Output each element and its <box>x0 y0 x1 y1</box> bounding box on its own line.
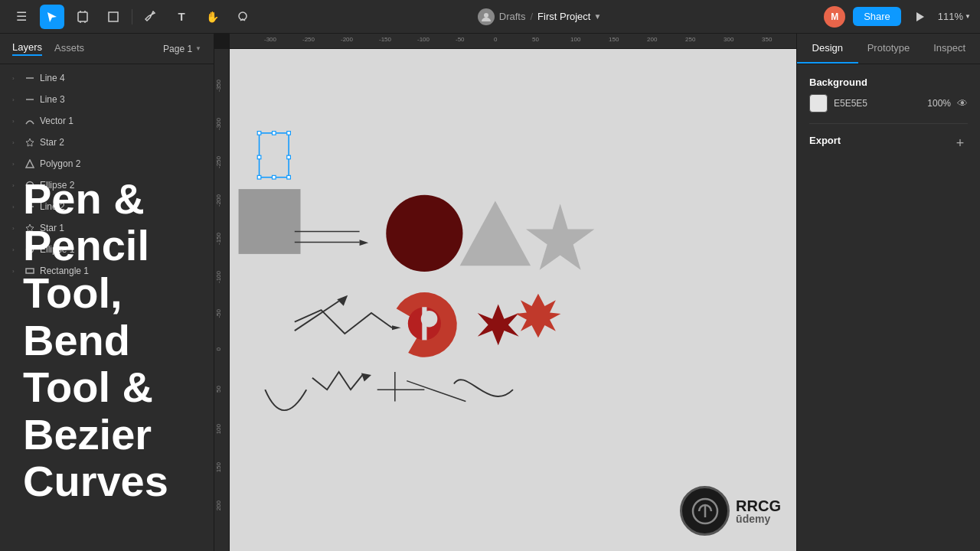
bg-color-swatch[interactable] <box>809 94 828 112</box>
svg-rect-23 <box>287 155 291 159</box>
section-divider <box>809 123 968 124</box>
pen-tool[interactable] <box>139 5 163 29</box>
page-chevron: ▼ <box>195 45 201 52</box>
svg-marker-43 <box>515 294 560 338</box>
svg-rect-25 <box>273 175 276 179</box>
toolbar-center: Drafts / First Project ▼ <box>261 8 818 25</box>
svg-rect-0 <box>78 12 87 21</box>
vector-icon <box>24 116 35 126</box>
text-tool[interactable]: T <box>169 5 194 29</box>
layer-name: Star 1 <box>40 223 64 233</box>
ruler-vertical: -350 -300 -250 -200 -150 -100 -50 0 50 1… <box>214 49 230 551</box>
layer-item-star1[interactable]: › Star 1 <box>0 217 214 239</box>
breadcrumb-sep: / <box>530 11 533 22</box>
layer-name: Ellipse 1 <box>40 244 74 255</box>
export-section: Export + <box>809 135 968 152</box>
ruler-horizontal: -300 -250 -200 -150 -100 -50 0 50 100 15… <box>214 34 796 49</box>
play-button[interactable] <box>909 6 930 28</box>
background-section: Background E5E5E5 100% 👁 <box>809 77 968 112</box>
watermark: RRCG ūdemy <box>680 486 781 536</box>
tab-prototype[interactable]: Prototype <box>858 34 920 64</box>
design-tabs: Design Prototype Inspect <box>797 34 980 64</box>
layer-name: Line 3 <box>40 94 65 105</box>
page-name: Page 1 <box>163 44 192 54</box>
export-title: Export <box>809 135 841 146</box>
layer-item-line3[interactable]: › Line 3 <box>0 89 214 110</box>
background-title: Background <box>809 77 968 88</box>
layers-list: › Line 4 › Line 3 › Vector 1 <box>0 64 214 551</box>
svg-point-38 <box>408 307 441 340</box>
svg-rect-22 <box>257 155 261 159</box>
bg-hex-value[interactable]: E5E5E5 <box>834 98 921 109</box>
svg-rect-18 <box>260 133 289 178</box>
zoom-control[interactable]: 111% ▼ <box>938 11 971 22</box>
select-tool[interactable] <box>40 5 64 29</box>
comment-tool[interactable] <box>230 5 255 29</box>
line-icon <box>24 94 35 105</box>
svg-line-35 <box>295 302 339 331</box>
ellipse-icon <box>24 244 35 255</box>
shape-tool[interactable] <box>101 5 126 29</box>
watermark-platform: ūdemy <box>736 514 770 524</box>
svg-line-47 <box>407 381 466 402</box>
star-icon <box>24 223 35 233</box>
polygon-icon <box>24 158 35 169</box>
layer-chevron: › <box>12 75 20 82</box>
svg-marker-33 <box>526 204 594 269</box>
tab-layers[interactable]: Layers <box>12 41 42 56</box>
breadcrumb-project[interactable]: First Project ▼ <box>537 11 601 22</box>
right-panel: Design Prototype Inspect Background E5E5… <box>796 34 980 551</box>
layer-name: Polygon 2 <box>40 158 80 169</box>
layer-name: Star 2 <box>40 137 64 148</box>
layer-item-rect1[interactable]: › Rectangle 1 <box>0 260 214 282</box>
layer-item-line2[interactable]: › Line 2 <box>0 196 214 217</box>
canvas-content[interactable]: RRCG ūdemy <box>230 49 796 551</box>
layer-item-ellipse2[interactable]: › Ellipse 2 <box>0 174 214 196</box>
svg-marker-36 <box>337 295 348 306</box>
line-icon <box>24 201 35 212</box>
layer-item-line4[interactable]: › Line 4 <box>0 67 214 89</box>
layer-chevron: › <box>12 268 20 275</box>
layer-chevron: › <box>12 139 20 146</box>
canvas-svg <box>230 49 796 551</box>
divider <box>132 9 132 24</box>
canvas-area[interactable]: -300 -250 -200 -150 -100 -50 0 50 100 15… <box>214 34 796 551</box>
svg-marker-32 <box>460 201 531 266</box>
line-icon <box>24 73 35 83</box>
user-avatar[interactable]: M <box>824 6 845 28</box>
layer-chevron: › <box>12 161 20 168</box>
layer-item-vector1[interactable]: › Vector 1 <box>0 110 214 132</box>
svg-marker-34 <box>392 325 401 330</box>
export-add-button[interactable]: + <box>952 136 968 152</box>
frame-tool[interactable] <box>70 5 95 29</box>
hand-tool[interactable]: ✋ <box>200 5 224 29</box>
visibility-icon[interactable]: 👁 <box>957 97 968 109</box>
background-row: E5E5E5 100% 👁 <box>809 94 968 112</box>
tab-inspect[interactable]: Inspect <box>919 34 980 64</box>
share-button[interactable]: Share <box>853 7 901 26</box>
zoom-level: 111% <box>938 11 963 22</box>
toolbar-right: M Share 111% ▼ <box>824 6 971 28</box>
ellipse-icon <box>24 180 35 191</box>
svg-point-16 <box>27 246 34 253</box>
bg-opacity[interactable]: 100% <box>927 98 951 109</box>
panel-tabs: Layers Assets Page 1 ▼ <box>0 34 214 64</box>
tab-design[interactable]: Design <box>797 34 858 64</box>
tab-assets[interactable]: Assets <box>54 42 84 55</box>
layer-item-ellipse1[interactable]: › Ellipse 1 <box>0 239 214 260</box>
svg-point-7 <box>484 13 488 18</box>
watermark-brand: RRCG <box>736 498 781 514</box>
main-layout: Layers Assets Page 1 ▼ › Line 4 › <box>0 34 980 551</box>
svg-marker-44 <box>361 373 371 382</box>
layer-item-polygon2[interactable]: › Polygon 2 <box>0 153 214 174</box>
menu-icon[interactable]: ☰ <box>9 5 34 29</box>
export-row: Export + <box>809 135 968 152</box>
svg-marker-30 <box>360 240 369 246</box>
project-name: First Project <box>537 11 590 22</box>
layer-name: Vector 1 <box>40 116 74 126</box>
layer-item-star2[interactable]: › Star 2 <box>0 132 214 153</box>
drafts-label[interactable]: Drafts <box>499 11 526 22</box>
svg-rect-24 <box>257 175 261 179</box>
page-selector[interactable]: Page 1 ▼ <box>163 44 201 54</box>
svg-rect-26 <box>287 175 291 179</box>
